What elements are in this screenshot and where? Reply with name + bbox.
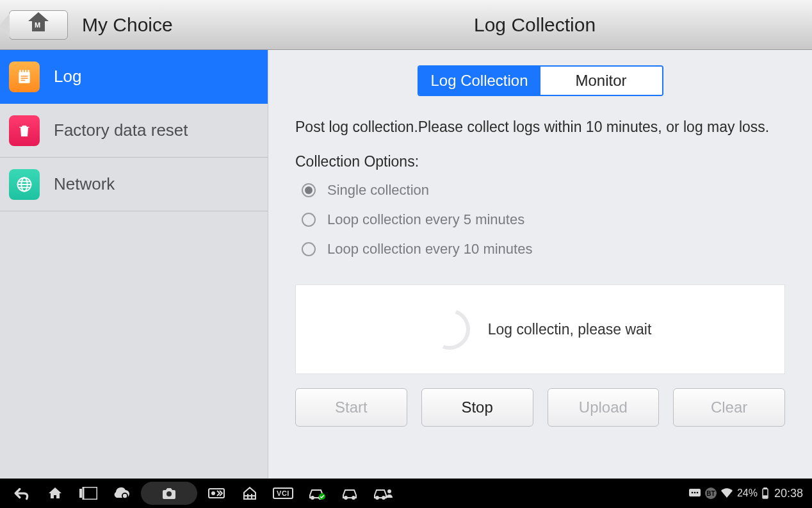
camera-icon: [161, 487, 177, 500]
header-title-left: My Choice: [82, 14, 173, 36]
svg-rect-40: [763, 496, 767, 498]
svg-point-36: [694, 492, 696, 494]
svg-point-35: [692, 492, 694, 494]
notepad-icon: [9, 61, 40, 92]
radio-group: Single collection Loop collection every …: [295, 176, 785, 264]
radio-loop-5min[interactable]: Loop collection every 5 minutes: [295, 205, 785, 234]
trash-icon: [9, 115, 40, 146]
vci-icon[interactable]: VCI: [266, 479, 300, 508]
svg-rect-39: [764, 488, 767, 489]
tab-group: Log Collection Monitor: [418, 65, 663, 96]
svg-rect-16: [79, 489, 82, 498]
vci-label: VCI: [273, 488, 293, 499]
svg-rect-9: [24, 129, 25, 135]
radio-label: Single collection: [327, 182, 429, 199]
svg-point-32: [382, 496, 385, 499]
sidebar-item-log[interactable]: Log: [0, 50, 268, 104]
description-text: Post log collection.Please collect logs …: [295, 117, 785, 138]
message-icon: [688, 488, 701, 498]
svg-rect-17: [83, 487, 97, 500]
system-bar: VCI BT 24% 20:38: [0, 479, 812, 508]
svg-point-22: [211, 491, 215, 495]
sidebar-item-label: Network: [54, 174, 115, 194]
tab-log-collection[interactable]: Log Collection: [419, 67, 540, 95]
bluetooth-badge-icon: BT: [705, 488, 717, 499]
camera-button[interactable]: [141, 482, 197, 505]
home-button[interactable]: M: [9, 10, 68, 40]
radio-loop-10min[interactable]: Loop collection every 10 minutes: [295, 234, 785, 264]
sidebar-item-factory-reset[interactable]: Factory data reset: [0, 104, 268, 158]
spinner-icon: [422, 302, 476, 357]
recent-apps-icon[interactable]: [72, 479, 105, 508]
button-label: Upload: [579, 398, 628, 416]
svg-point-33: [387, 489, 391, 493]
sidebar-item-label: Log: [54, 67, 81, 86]
home-nav-icon[interactable]: [38, 479, 72, 508]
car-user-icon[interactable]: [366, 479, 400, 508]
cloud-icon[interactable]: [105, 479, 138, 508]
clear-button[interactable]: Clear: [673, 388, 785, 427]
svg-rect-10: [26, 129, 27, 135]
sidebar-item-network[interactable]: Network: [0, 158, 268, 211]
sidebar-item-label: Factory data reset: [54, 120, 188, 140]
header-bar: M My Choice Log Collection: [0, 0, 812, 50]
globe-icon: [9, 169, 40, 200]
svg-point-19: [123, 494, 127, 498]
svg-rect-8: [22, 129, 24, 135]
radio-single-collection[interactable]: Single collection: [295, 176, 785, 205]
start-button[interactable]: Start: [295, 388, 407, 427]
battery-icon: [761, 488, 769, 499]
car-icon[interactable]: [333, 479, 366, 508]
radio-label: Loop collection every 5 minutes: [327, 211, 524, 228]
wifi-icon: [720, 488, 733, 498]
main-panel: Log Collection Monitor Post log collecti…: [268, 50, 812, 479]
clock: 20:38: [774, 487, 803, 500]
radio-icon: [302, 242, 316, 256]
home-grid-icon[interactable]: [233, 479, 266, 508]
button-label: Stop: [461, 398, 492, 416]
home-icon: M: [27, 17, 50, 33]
car-check-icon[interactable]: [300, 479, 333, 508]
tab-monitor[interactable]: Monitor: [540, 67, 662, 95]
progress-panel: Log collectin, please wait: [295, 284, 785, 374]
radio-icon: [302, 213, 316, 227]
battery-percent: 24%: [737, 488, 758, 499]
radio-icon: [302, 183, 316, 197]
status-area[interactable]: BT 24% 20:38: [688, 487, 807, 500]
sidebar: Log Factory data reset Network: [0, 50, 268, 479]
button-label: Clear: [711, 398, 747, 416]
svg-rect-0: [19, 72, 29, 83]
options-title: Collection Options:: [295, 153, 785, 170]
tab-label: Log Collection: [430, 72, 528, 90]
button-label: Start: [335, 398, 368, 416]
svg-point-29: [345, 496, 347, 499]
progress-text: Log collectin, please wait: [488, 321, 652, 338]
svg-point-30: [352, 496, 355, 499]
upload-button[interactable]: Upload: [548, 388, 660, 427]
brightness-icon[interactable]: [200, 479, 233, 508]
back-icon[interactable]: [5, 479, 38, 508]
svg-point-31: [376, 496, 378, 499]
radio-label: Loop collection every 10 minutes: [327, 241, 532, 258]
tab-label: Monitor: [575, 72, 626, 90]
stop-button[interactable]: Stop: [421, 388, 533, 427]
svg-point-20: [166, 491, 172, 496]
svg-point-26: [311, 496, 314, 499]
header-title-right: Log Collection: [474, 14, 596, 36]
svg-point-37: [697, 492, 699, 494]
